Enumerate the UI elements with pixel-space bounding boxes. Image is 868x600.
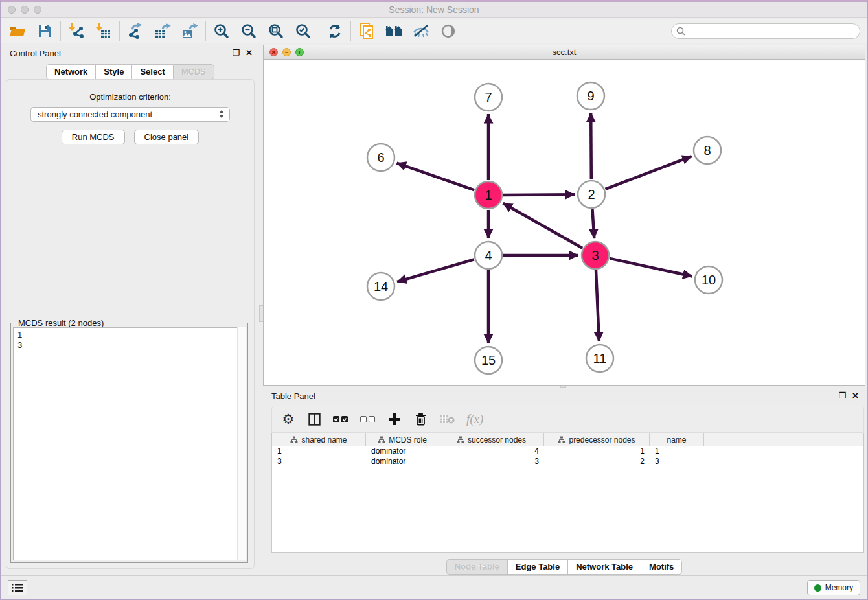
- column-header-1[interactable]: MCDS role: [366, 433, 439, 446]
- table-cell[interactable]: dominator: [366, 446, 439, 457]
- table-cell[interactable]: 4: [439, 446, 544, 457]
- optimization-criterion-label: Optimization criterion:: [6, 92, 254, 102]
- graph-edge[interactable]: [593, 209, 595, 238]
- node-table-body: 1dominator4113dominator323: [272, 446, 863, 467]
- graph-edge[interactable]: [397, 163, 475, 190]
- optimization-criterion-select[interactable]: strongly connected component: [30, 107, 230, 122]
- export-table-icon[interactable]: [149, 20, 176, 42]
- search-input[interactable]: [689, 27, 860, 36]
- graph-edge[interactable]: [503, 194, 575, 195]
- memory-status-icon: [814, 584, 821, 592]
- app-titlebar: Session: New Session: [1, 2, 867, 18]
- graph-node-label: 7: [485, 90, 492, 104]
- column-header-3[interactable]: predecessor nodes: [544, 433, 650, 446]
- zoom-selected-icon[interactable]: [290, 20, 317, 42]
- import-network-icon[interactable]: [63, 20, 90, 42]
- column-header-0[interactable]: shared name: [272, 433, 366, 446]
- graph-edge[interactable]: [610, 259, 692, 277]
- window-title: Session: New Session: [1, 5, 867, 15]
- table-row[interactable]: 3dominator323: [272, 457, 863, 467]
- add-column-icon[interactable]: [387, 413, 402, 425]
- column-namespace-icon: [457, 436, 464, 443]
- table-tabs: Node Table Edge Table Network Table Moti…: [263, 559, 865, 575]
- table-options-gear-icon[interactable]: ⚙: [281, 413, 295, 426]
- toolbar-separator: [60, 21, 61, 41]
- tab-style[interactable]: Style: [95, 64, 131, 80]
- tab-edge-table[interactable]: Edge Table: [507, 559, 567, 575]
- column-selector-icon[interactable]: [307, 413, 321, 426]
- table-cell[interactable]: 1: [272, 446, 366, 457]
- toolbar-separator: [350, 21, 351, 41]
- close-panel-button[interactable]: Close panel: [134, 130, 200, 144]
- graph-edge[interactable]: [591, 113, 591, 179]
- column-namespace-icon: [378, 436, 385, 443]
- new-network-from-selection-icon[interactable]: [353, 20, 380, 42]
- tab-select[interactable]: Select: [131, 64, 172, 80]
- mcds-panel: Optimization criterion: strongly connect…: [6, 79, 255, 569]
- network-graph: 7968124314101511: [264, 60, 866, 386]
- graph-edge[interactable]: [397, 259, 474, 281]
- deselect-all-checkboxes-icon[interactable]: [360, 416, 376, 423]
- table-row[interactable]: 1dominator411: [272, 446, 863, 457]
- table-cell[interactable]: 1: [650, 446, 704, 457]
- float-panel-icon[interactable]: ❐: [232, 48, 240, 58]
- graph-node-label: 10: [702, 273, 716, 287]
- task-history-button[interactable]: [8, 580, 27, 595]
- export-image-icon[interactable]: [176, 20, 203, 42]
- run-mcds-button[interactable]: Run MCDS: [62, 130, 125, 144]
- graph-node-label: 9: [587, 89, 594, 103]
- network-window-titlebar[interactable]: ✕ − + scc.txt: [264, 45, 865, 60]
- memory-button[interactable]: Memory: [807, 580, 860, 595]
- graph-edge[interactable]: [596, 270, 599, 341]
- delete-column-icon[interactable]: [413, 413, 428, 426]
- zoom-fit-icon[interactable]: [262, 20, 290, 42]
- graph-node-label: 3: [591, 248, 599, 262]
- float-table-panel-icon[interactable]: ❐: [838, 391, 846, 400]
- node-table[interactable]: shared nameMCDS rolesuccessor nodesprede…: [271, 433, 864, 553]
- node-table-header: shared nameMCDS rolesuccessor nodesprede…: [272, 433, 863, 446]
- network-canvas[interactable]: 7968124314101511: [264, 60, 865, 385]
- close-table-panel-icon[interactable]: ✕: [852, 391, 859, 400]
- zoom-out-icon[interactable]: [235, 20, 262, 42]
- close-panel-icon[interactable]: ✕: [246, 48, 253, 58]
- control-panel-tabs: Network Style Select MCDS: [1, 64, 259, 80]
- open-session-icon[interactable]: [4, 20, 31, 42]
- tab-mcds[interactable]: MCDS: [173, 64, 214, 80]
- table-cell[interactable]: 1: [544, 446, 650, 457]
- graph-node-label: 6: [377, 150, 384, 165]
- table-cell[interactable]: dominator: [366, 457, 439, 467]
- function-builder-icon: f(x): [466, 412, 483, 426]
- tab-network[interactable]: Network: [46, 64, 95, 80]
- delete-table-icon: [439, 415, 455, 424]
- save-session-icon[interactable]: [31, 20, 58, 42]
- refresh-layout-icon[interactable]: [321, 20, 348, 42]
- search-icon: [676, 27, 685, 36]
- first-neighbors-icon[interactable]: [380, 20, 407, 42]
- table-cell[interactable]: 3: [650, 457, 704, 467]
- tab-node-table[interactable]: Node Table: [446, 559, 507, 575]
- tab-network-table[interactable]: Network Table: [567, 559, 641, 575]
- control-panel-title: Control Panel: [10, 49, 61, 58]
- column-namespace-icon: [290, 436, 298, 443]
- mcds-result-text[interactable]: 1 3: [13, 327, 246, 560]
- table-panel: Table Panel ❐ ✕ ⚙ f(x) shared nameMCDS r…: [263, 387, 865, 577]
- export-network-icon[interactable]: [122, 20, 149, 42]
- mcds-result-title: MCDS result (2 nodes): [16, 318, 106, 328]
- mcds-result-scrollbar[interactable]: [237, 327, 246, 560]
- graph-edge[interactable]: [503, 203, 582, 248]
- zoom-in-icon[interactable]: [208, 20, 235, 42]
- hide-selected-icon[interactable]: [407, 20, 435, 42]
- import-table-icon[interactable]: [90, 20, 117, 42]
- column-header-4[interactable]: name: [650, 433, 704, 446]
- table-cell[interactable]: 3: [439, 457, 544, 467]
- show-all-icon[interactable]: [435, 20, 462, 42]
- column-header-2[interactable]: successor nodes: [439, 433, 544, 446]
- table-cell[interactable]: 2: [544, 457, 650, 467]
- tab-motifs[interactable]: Motifs: [641, 559, 682, 575]
- selected-criterion: strongly connected component: [38, 110, 152, 119]
- graph-edge[interactable]: [606, 156, 692, 189]
- select-all-checkboxes-icon[interactable]: [333, 416, 348, 423]
- column-namespace-icon: [558, 436, 565, 443]
- search-box[interactable]: [671, 23, 860, 39]
- table-cell[interactable]: 3: [272, 457, 366, 467]
